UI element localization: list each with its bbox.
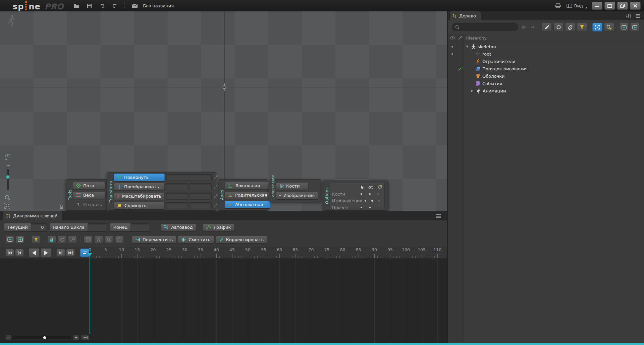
lock-button[interactable] xyxy=(47,236,56,244)
canvas-zoom-knob[interactable] xyxy=(6,175,10,179)
history-back-button[interactable] xyxy=(520,23,527,31)
tree-row-root[interactable]: root xyxy=(448,50,644,58)
images-visible-dot[interactable] xyxy=(371,200,373,202)
other-select-dot[interactable] xyxy=(361,207,362,208)
paste-button[interactable] xyxy=(115,236,124,244)
undo-icon[interactable] xyxy=(98,2,106,9)
compensate-bones-button[interactable]: Кости xyxy=(276,182,309,190)
options-row-bones[interactable]: Кости xyxy=(332,191,382,197)
shear-tool-button[interactable]: Сдвинуть xyxy=(114,202,165,209)
offset-keys-button[interactable]: Сместить xyxy=(178,236,214,244)
translate-y-field[interactable] xyxy=(190,183,212,190)
zoom-in-plus[interactable]: + xyxy=(6,163,10,167)
origin-crosshair[interactable] xyxy=(221,83,228,91)
timeline-zoom-in-button[interactable]: + xyxy=(73,335,79,340)
tree-settings-icon[interactable] xyxy=(626,13,631,19)
export-mail-icon[interactable] xyxy=(131,2,138,9)
dopesheet-tab[interactable]: Диаграмма ключей xyxy=(3,211,62,220)
timeline-grid[interactable] xyxy=(0,259,447,343)
close-button[interactable] xyxy=(630,2,641,10)
zoom-edit-button[interactable] xyxy=(604,23,614,31)
create-tool-button[interactable]: Создать xyxy=(73,201,105,208)
pose-pin-button[interactable] xyxy=(68,236,77,244)
scale-tool-button[interactable]: Масштабировать xyxy=(114,192,165,200)
tree-menu-icon[interactable] xyxy=(635,13,641,19)
options-row-other[interactable]: Прочее xyxy=(332,204,382,211)
draw-order-link-icon[interactable] xyxy=(457,67,464,71)
tree-collapse-button[interactable] xyxy=(620,23,629,31)
minimize-button[interactable] xyxy=(592,2,602,10)
loop-start-value[interactable] xyxy=(88,223,107,231)
open-folder-icon[interactable] xyxy=(73,2,80,9)
tree-row-draw-order[interactable]: Порядок рисования xyxy=(448,65,644,72)
collapse-all-button[interactable] xyxy=(5,236,14,244)
playhead-line[interactable] xyxy=(90,255,90,334)
lock-view-icon[interactable] xyxy=(59,204,64,211)
tree-search-input[interactable] xyxy=(462,25,512,29)
loop-start-control[interactable]: Начало цикла xyxy=(49,223,107,231)
shear-x-field[interactable] xyxy=(166,202,188,209)
current-frame-control[interactable]: Текущий 0 xyxy=(4,223,47,231)
rotate-value-field[interactable] xyxy=(166,174,212,181)
previous-key-button[interactable] xyxy=(15,249,24,257)
filter-button[interactable] xyxy=(32,236,40,244)
timeline-zoom-knob[interactable] xyxy=(43,336,46,339)
expand-all-button[interactable] xyxy=(16,236,24,244)
options-row-images[interactable]: Изображения xyxy=(332,197,382,204)
tree-row-events[interactable]: События xyxy=(448,80,644,87)
adjust-keys-button[interactable]: Корректировать xyxy=(216,236,267,244)
printer-icon[interactable] xyxy=(554,2,562,9)
current-frame-value[interactable]: 0 xyxy=(31,223,46,231)
last-frame-button[interactable] xyxy=(66,249,75,257)
save-icon[interactable] xyxy=(86,2,93,9)
skeleton-visibility-dot[interactable] xyxy=(451,46,453,48)
tree-filter-button[interactable] xyxy=(577,23,587,31)
expander-icon[interactable]: ▼ xyxy=(466,45,469,48)
weights-tool-button[interactable]: Веса xyxy=(73,191,105,199)
scale-x-field[interactable] xyxy=(166,193,188,200)
fit-view-icon[interactable] xyxy=(4,202,11,210)
tree-search[interactable] xyxy=(452,23,518,31)
timeline-zoom-slider[interactable] xyxy=(13,336,71,339)
attachment-clip-button[interactable] xyxy=(565,23,575,31)
history-forward-button[interactable] xyxy=(529,23,536,31)
shear-y-field[interactable] xyxy=(190,202,212,209)
next-key-button[interactable] xyxy=(56,249,65,257)
dopesheet-menu-icon[interactable] xyxy=(436,213,441,220)
autokey-button[interactable]: Автоввод xyxy=(160,223,196,231)
axes-absolute-button[interactable]: Абсолютная xyxy=(225,201,271,208)
translate-x-field[interactable] xyxy=(166,183,188,190)
timeline-zoom-out-button[interactable]: − xyxy=(5,335,11,340)
frames-fit-button[interactable]: [↔] xyxy=(81,335,89,340)
magnifier-icon[interactable] xyxy=(4,194,11,203)
tree-row-constraints[interactable]: Ограничители xyxy=(448,58,644,65)
graph-button[interactable]: График xyxy=(203,223,234,231)
rotate-tool-button[interactable]: Повернуть xyxy=(114,174,165,181)
canvas-zoom-slider[interactable] xyxy=(7,169,9,190)
loop-end-value[interactable] xyxy=(130,223,150,231)
root-visibility-dot[interactable] xyxy=(451,53,453,55)
tree-row-animations[interactable]: ▶ Анимации xyxy=(448,87,644,94)
delete-button[interactable] xyxy=(105,236,113,244)
reset-rotation-button[interactable] xyxy=(58,236,66,244)
bones-visible-dot[interactable] xyxy=(369,193,371,195)
images-select-dot[interactable] xyxy=(365,200,366,202)
play-button[interactable] xyxy=(41,248,52,257)
translate-tool-button[interactable]: Преобразовать xyxy=(114,183,165,191)
play-backward-button[interactable] xyxy=(29,248,40,257)
circle-select-button[interactable] xyxy=(553,23,564,31)
tree-expand-button[interactable] xyxy=(630,23,639,31)
bones-select-dot[interactable] xyxy=(361,193,362,195)
tree-row-skins[interactable]: Оболочки xyxy=(448,72,644,80)
redo-icon[interactable] xyxy=(111,2,118,9)
images-label-dot[interactable] xyxy=(378,200,380,202)
axes-parent-button[interactable]: Родительская xyxy=(225,191,271,199)
first-frame-button[interactable] xyxy=(5,249,14,257)
tree-row-skeleton[interactable]: ▼ skeleton xyxy=(448,43,644,50)
rotate-bone-link-icon[interactable] xyxy=(213,175,219,180)
bones-label-dot[interactable] xyxy=(377,193,379,195)
cut-button[interactable] xyxy=(94,236,103,244)
compensate-images-button[interactable]: Изображения xyxy=(276,192,318,199)
maximize-button[interactable] xyxy=(604,2,615,10)
frame-selection-button[interactable] xyxy=(592,23,602,31)
